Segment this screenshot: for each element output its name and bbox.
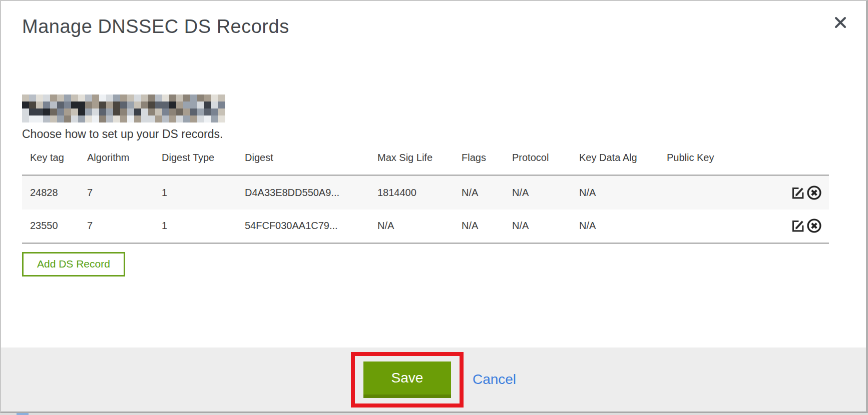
edit-record-button[interactable] xyxy=(790,185,805,200)
redacted-domain-name xyxy=(22,94,225,122)
table-cell: D4A33E8DD550A9... xyxy=(245,176,377,210)
table-cell: N/A xyxy=(579,210,667,244)
edit-record-button[interactable] xyxy=(790,218,805,234)
column-header: Key Data Alg xyxy=(579,149,667,176)
table-cell xyxy=(667,210,788,244)
table-cell: N/A xyxy=(512,210,579,244)
instruction-text: Choose how to set up your DS records. xyxy=(22,128,828,141)
table-cell: 7 xyxy=(87,176,162,210)
cancel-link[interactable]: Cancel xyxy=(473,372,516,388)
table-cell: 24828 xyxy=(22,176,87,210)
dialog-title: Manage DNSSEC DS Records xyxy=(22,16,828,38)
column-header: Protocol xyxy=(512,149,579,176)
delete-icon xyxy=(806,194,822,202)
column-header: Algorithm xyxy=(87,149,162,176)
add-ds-record-button[interactable]: Add DS Record xyxy=(22,252,125,276)
close-button[interactable] xyxy=(832,14,849,31)
dialog-footer: Save Cancel xyxy=(1,348,866,412)
table-header-row: Key tagAlgorithmDigest TypeDigestMax Sig… xyxy=(22,149,829,176)
row-actions xyxy=(788,210,829,244)
column-header: Key tag xyxy=(22,149,87,176)
table-cell: 54FCF030AA1C79... xyxy=(245,210,377,244)
delete-record-button[interactable] xyxy=(806,185,822,200)
column-header: Public Key xyxy=(667,149,788,176)
table-cell: 1 xyxy=(162,176,245,210)
column-header-actions xyxy=(788,149,829,176)
column-header: Max Sig Life xyxy=(377,149,462,176)
delete-record-button[interactable] xyxy=(806,218,822,234)
table-cell: N/A xyxy=(462,210,512,244)
row-actions xyxy=(788,176,829,210)
table-cell: 1 xyxy=(162,210,245,244)
dnssec-dialog: Manage DNSSEC DS Records Choose how to s… xyxy=(0,0,868,413)
save-highlight-annotation: Save xyxy=(351,352,464,408)
column-header: Digest xyxy=(245,149,377,176)
table-row: 2482871D4A33E8DD550A9...1814400N/AN/AN/A xyxy=(22,176,829,210)
edit-icon xyxy=(790,194,805,202)
table-cell: N/A xyxy=(377,210,462,244)
close-icon xyxy=(834,16,847,29)
background-page-fragment xyxy=(17,413,29,415)
table-cell: N/A xyxy=(462,176,512,210)
table-cell: N/A xyxy=(579,176,667,210)
table-cell xyxy=(667,176,788,210)
table-cell: 7 xyxy=(87,210,162,244)
table-cell: N/A xyxy=(512,176,579,210)
table-cell: 1814400 xyxy=(377,176,462,210)
column-header: Digest Type xyxy=(162,149,245,176)
save-button[interactable]: Save xyxy=(363,362,451,398)
table-row: 235507154FCF030AA1C79...N/AN/AN/AN/A xyxy=(22,210,829,244)
column-header: Flags xyxy=(462,149,512,176)
edit-icon xyxy=(790,228,805,235)
table-cell: 23550 xyxy=(22,210,87,244)
ds-records-table: Key tagAlgorithmDigest TypeDigestMax Sig… xyxy=(22,149,829,244)
delete-icon xyxy=(806,228,822,235)
